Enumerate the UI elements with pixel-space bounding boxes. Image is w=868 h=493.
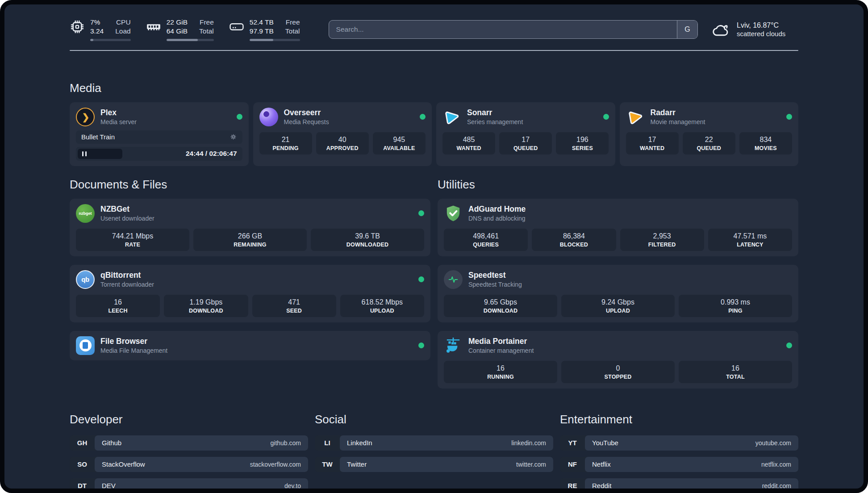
playback-progress-row: 24:44 / 02:06:47 [76, 147, 242, 161]
stat-queued: 22 QUEUED [683, 132, 735, 155]
adguard-card[interactable]: AdGuard Home DNS and adblocking 498,461 … [438, 199, 798, 256]
storage-stat: 52.4 TB 97.9 TB Free Total [229, 18, 300, 41]
qbittorrent-card[interactable]: qb qBittorrent Torrent downloader 16 LEE… [70, 265, 430, 322]
radarr-icon [626, 108, 645, 126]
now-playing-title: Bullet Train [81, 133, 115, 141]
storage-usage-bar [250, 39, 300, 41]
memory-usage-bar [167, 39, 214, 41]
pause-button[interactable] [78, 149, 122, 159]
bookmark-twitter[interactable]: TW Twitter twitter.com [315, 457, 553, 472]
portainer-card[interactable]: Media Portainer Container management 16 … [438, 331, 798, 389]
session-gear-icon[interactable] [230, 133, 237, 141]
nzbget-card[interactable]: nzbget NZBGet Usenet downloader 744.21 M… [70, 199, 430, 256]
weather-widget: Lviv, 16.87°C scattered clouds [711, 21, 798, 38]
cpu-loadavg: 3.24 [90, 27, 104, 36]
overseerr-status-dot [420, 114, 426, 120]
qbittorrent-title: qBittorrent [100, 271, 154, 280]
filebrowser-status-dot [418, 343, 424, 348]
stat-leech: 16 LEECH [76, 295, 160, 317]
filebrowser-card[interactable]: File Browser Media File Management [70, 331, 430, 360]
stat-rate: 744.21 Mbps RATE [76, 229, 189, 251]
cloud-icon [711, 21, 731, 38]
storage-label-1: Free [285, 18, 300, 27]
stat-running: 16 RUNNING [444, 361, 557, 383]
cpu-label-1: CPU [115, 18, 130, 27]
stat-latency: 47.571 ms LATENCY [708, 229, 792, 251]
section-title-entertainment: Entertainment [560, 413, 798, 426]
portainer-subtitle: Container management [468, 347, 534, 354]
memory-stat: 22 GiB 64 GiB Free Total [146, 18, 214, 41]
stat-queries: 498,461 QUERIES [444, 229, 528, 251]
cpu-usage-bar [90, 39, 131, 41]
bookmark-netflix[interactable]: NF Netflix netflix.com [560, 457, 798, 472]
pause-icon [85, 151, 87, 156]
cpu-stat: 7% 3.24 CPU Load [70, 18, 131, 41]
storage-free: 52.4 TB [250, 18, 274, 27]
portainer-title: Media Portainer [468, 337, 534, 346]
bookmark-github[interactable]: GH Github github.com [70, 435, 308, 451]
radarr-title: Radarr [651, 108, 705, 117]
stat-download: 9.65 Gbps DOWNLOAD [444, 295, 557, 317]
cpu-label-2: Load [115, 27, 130, 36]
adguard-title: AdGuard Home [468, 205, 526, 214]
nzbget-icon: nzbget [76, 204, 95, 223]
memory-label-2: Total [199, 27, 214, 36]
nzbget-subtitle: Usenet downloader [100, 215, 154, 222]
bookmark-reddit[interactable]: RE Reddit reddit.com [560, 478, 798, 493]
memory-icon [146, 19, 161, 34]
stat-pending: 21 PENDING [259, 132, 312, 155]
cpu-chip-icon [70, 19, 85, 34]
speedtest-title: Speedtest [468, 271, 522, 280]
sonarr-subtitle: Series management [467, 118, 523, 125]
stat-series: 196 SERIES [556, 132, 609, 155]
sonarr-status-dot [603, 114, 609, 120]
bookmark-youtube[interactable]: YT YouTube youtube.com [560, 435, 798, 451]
radarr-subtitle: Movie management [651, 118, 705, 125]
stat-wanted: 485 WANTED [442, 132, 495, 155]
radarr-status-dot [786, 114, 792, 120]
bookmark-dev[interactable]: DT DEV dev.to [70, 478, 308, 493]
dashboard: 7% 3.24 CPU Load [0, 0, 868, 493]
stat-blocked: 86,384 BLOCKED [532, 229, 616, 251]
stat-stopped: 0 STOPPED [561, 361, 675, 383]
filebrowser-subtitle: Media File Management [100, 347, 167, 354]
plex-subtitle: Media server [100, 118, 137, 125]
search-input[interactable] [329, 21, 677, 38]
storage-total: 97.9 TB [250, 27, 274, 36]
weather-condition: scattered clouds [737, 30, 785, 38]
bookmark-linkedin[interactable]: LI LinkedIn linkedin.com [315, 435, 553, 451]
stat-upload: 618.52 Mbps UPLOAD [340, 295, 424, 317]
plex-status-dot [237, 114, 242, 120]
qbittorrent-status-dot [418, 276, 424, 282]
media-grid: ❯ Plex Media server Bullet Train [70, 102, 798, 166]
cpu-percent: 7% [90, 18, 104, 27]
overseerr-subtitle: Media Requests [284, 118, 329, 125]
section-title-utilities: Utilities [438, 178, 798, 192]
speedtest-card[interactable]: Speedtest Speedtest Tracking 9.65 Gbps D… [438, 265, 798, 322]
radarr-card[interactable]: Radarr Movie management 17 WANTED 22 QUE… [620, 102, 799, 166]
bookmark-stackoverflow[interactable]: SO StackOverflow stackoverflow.com [70, 457, 308, 472]
stat-upload: 9.24 Gbps UPLOAD [561, 295, 675, 317]
overseerr-title: Overseerr [284, 108, 329, 117]
header-divider [70, 50, 798, 51]
stat-total: 16 TOTAL [679, 361, 792, 383]
section-title-media: Media [70, 81, 798, 95]
speedtest-icon [444, 270, 463, 289]
search-engine-button[interactable]: G [677, 21, 697, 38]
section-title-documents: Documents & Files [70, 178, 430, 192]
now-playing-row: Bullet Train [76, 130, 242, 144]
memory-free: 22 GiB [167, 18, 188, 27]
stat-queued: 17 QUEUED [499, 132, 552, 155]
sonarr-card[interactable]: Sonarr Series management 485 WANTED 17 Q… [436, 102, 615, 166]
filebrowser-icon [76, 336, 95, 355]
nzbget-title: NZBGet [100, 205, 154, 214]
stat-movies: 834 MOVIES [739, 132, 792, 155]
portainer-icon [444, 336, 463, 355]
plex-card[interactable]: ❯ Plex Media server Bullet Train [70, 102, 249, 166]
qbittorrent-subtitle: Torrent downloader [100, 281, 154, 288]
pause-icon [82, 151, 83, 156]
search-bar: G [329, 20, 698, 39]
top-bar: 7% 3.24 CPU Load [70, 18, 798, 41]
adguard-icon [444, 204, 463, 223]
overseerr-card[interactable]: Overseerr Media Requests 21 PENDING 40 A… [253, 102, 432, 166]
